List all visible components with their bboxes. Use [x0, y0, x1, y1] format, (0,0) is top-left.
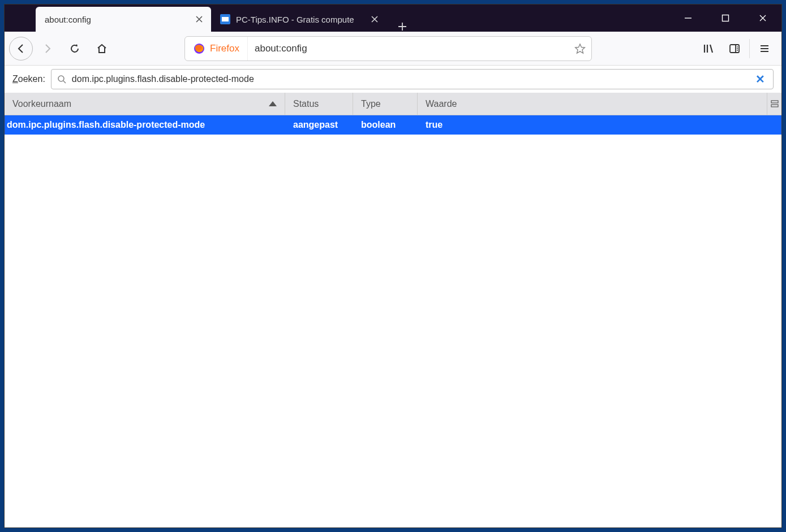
column-header-name[interactable]: Voorkeurnaam: [5, 93, 285, 115]
pref-value: true: [418, 120, 781, 130]
close-icon[interactable]: [370, 14, 380, 24]
identity-box[interactable]: Firefox: [185, 37, 248, 60]
svg-rect-1: [222, 17, 229, 21]
search-icon: [57, 75, 66, 84]
maximize-button[interactable]: [707, 5, 744, 32]
close-icon[interactable]: [194, 14, 204, 24]
pref-name: dom.ipc.plugins.flash.disable-protected-…: [5, 120, 285, 130]
url-bar[interactable]: Firefox about:config: [184, 36, 592, 61]
search-row: Zoeken: ✕: [5, 66, 781, 93]
reload-button[interactable]: [62, 36, 87, 61]
firefox-icon: [193, 42, 205, 55]
pref-status: aangepast: [285, 120, 353, 130]
tabs-area: about:config PC-Tips.INFO - Gratis compu…: [5, 5, 669, 32]
menu-icon[interactable]: [752, 36, 777, 61]
browser-window: about:config PC-Tips.INFO - Gratis compu…: [4, 4, 782, 528]
svg-point-8: [737, 50, 738, 51]
tab-label: about:config: [45, 15, 188, 24]
toolbar-end: [696, 36, 777, 61]
site-favicon-icon: [220, 14, 230, 24]
url-text: about:config: [248, 43, 569, 54]
column-header-value[interactable]: Waarde: [418, 93, 767, 115]
pref-type: boolean: [353, 120, 418, 130]
column-header-status[interactable]: Status: [285, 93, 353, 115]
svg-rect-10: [771, 101, 778, 103]
clear-icon[interactable]: ✕: [753, 72, 767, 86]
sidebar-icon[interactable]: [722, 36, 747, 61]
home-button[interactable]: [89, 36, 114, 61]
minimize-button[interactable]: [669, 5, 707, 32]
sort-ascending-icon: [269, 101, 277, 106]
newtab-button[interactable]: [391, 21, 414, 32]
tab-pc-tips[interactable]: PC-Tips.INFO - Gratis compute: [211, 7, 386, 32]
prefs-table-header: Voorkeurnaam Status Type Waarde: [5, 93, 781, 115]
nav-toolbar: Firefox about:config: [5, 32, 781, 66]
tab-label: PC-Tips.INFO - Gratis compute: [236, 15, 364, 24]
back-button[interactable]: [9, 37, 33, 60]
svg-rect-11: [771, 105, 778, 107]
tab-about-config[interactable]: about:config: [36, 7, 211, 32]
bookmark-star-icon[interactable]: [569, 43, 591, 54]
window-controls: [669, 5, 781, 32]
svg-point-9: [58, 76, 64, 81]
column-header-type[interactable]: Type: [353, 93, 418, 115]
search-box[interactable]: ✕: [51, 69, 774, 89]
svg-rect-2: [723, 15, 729, 21]
column-picker-icon[interactable]: [767, 93, 781, 115]
table-row[interactable]: dom.ipc.plugins.flash.disable-protected-…: [5, 115, 781, 135]
search-input[interactable]: [72, 74, 753, 84]
identity-label: Firefox: [210, 43, 239, 54]
close-button[interactable]: [744, 5, 781, 32]
forward-button[interactable]: [35, 36, 60, 61]
svg-point-6: [737, 46, 738, 47]
separator: [749, 39, 750, 58]
search-label: Zoeken:: [12, 74, 45, 84]
svg-point-7: [737, 48, 738, 49]
library-icon[interactable]: [696, 36, 721, 61]
titlebar: about:config PC-Tips.INFO - Gratis compu…: [5, 5, 781, 32]
content-area: [5, 135, 781, 527]
